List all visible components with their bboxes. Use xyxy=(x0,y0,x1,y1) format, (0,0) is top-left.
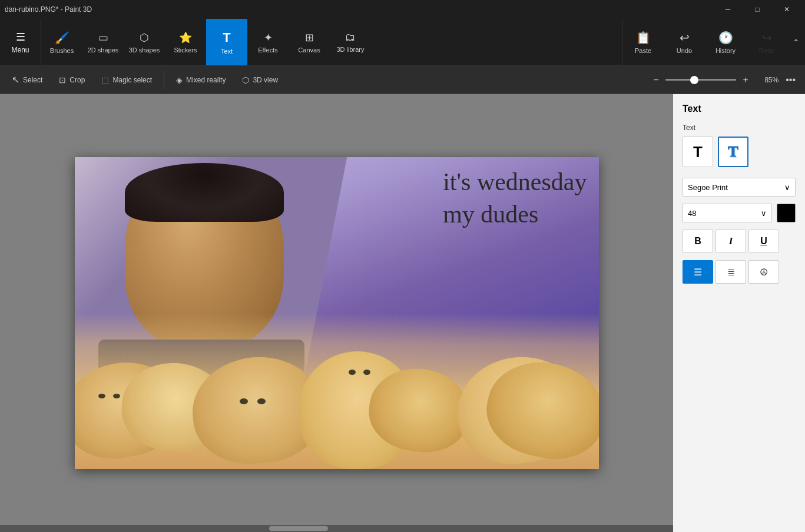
undo-button[interactable]: ↩ Undo xyxy=(664,19,705,65)
canvas-label: Canvas xyxy=(298,46,320,54)
toolbar-brushes[interactable]: 🖌️ Brushes xyxy=(41,19,82,65)
align-row: ☰ ≣ ☮ xyxy=(673,257,805,293)
toolbar-items: 🖌️ Brushes ▭ 2D shapes ⬡ 3D shapes ⭐ Sti… xyxy=(41,19,622,65)
menu-label: Menu xyxy=(11,46,29,54)
outline-text-icon: T xyxy=(728,143,738,161)
zoom-slider[interactable] xyxy=(665,79,736,81)
3d-view-label: 3D view xyxy=(253,76,278,84)
crop-button[interactable]: ⊡ Crop xyxy=(52,69,92,91)
redo-label: Redo xyxy=(759,47,774,54)
history-label: History xyxy=(715,47,736,54)
window-title: dan-rubino.PNG* - Paint 3D xyxy=(5,5,92,14)
align-right-icon: ☮ xyxy=(760,267,768,278)
mixed-reality-label: Mixed reality xyxy=(186,76,226,84)
2dshapes-label: 2D shapes xyxy=(88,46,119,54)
underline-button[interactable]: U xyxy=(748,230,779,253)
eye-6 xyxy=(363,370,370,375)
zoom-in-button[interactable]: + xyxy=(738,73,753,87)
canvas-area[interactable]: it's wednesday my dudes xyxy=(0,94,673,532)
font-family-row: Segoe Print ∨ xyxy=(673,174,805,200)
bold-icon: B xyxy=(694,236,701,247)
toolbar-stickers[interactable]: ⭐ Stickers xyxy=(165,19,206,65)
select-button[interactable]: ↖ Select xyxy=(5,69,49,91)
eye-3 xyxy=(240,398,248,404)
size-color-row: 48 ∨ xyxy=(673,200,805,226)
mixed-reality-icon: ◈ xyxy=(176,75,183,85)
panel-title: Text xyxy=(673,94,805,119)
close-button[interactable]: ✕ xyxy=(773,0,800,19)
toolbar-3dshapes[interactable]: ⬡ 3D shapes xyxy=(124,19,165,65)
mixed-reality-button[interactable]: ◈ Mixed reality xyxy=(169,69,233,91)
underline-icon: U xyxy=(760,236,767,247)
redo-button[interactable]: ↪ Redo xyxy=(746,19,787,65)
zoom-value: 85% xyxy=(755,76,779,84)
3dshapes-icon: ⬡ xyxy=(140,31,149,44)
toolbar-right: 📋 Paste ↩ Undo 🕐 History ↪ Redo ⌃ xyxy=(622,19,805,65)
history-button[interactable]: 🕐 History xyxy=(705,19,746,65)
main-toolbar: ☰ Menu 🖌️ Brushes ▭ 2D shapes ⬡ 3D shape… xyxy=(0,19,805,66)
3dshapes-label: 3D shapes xyxy=(129,46,160,54)
window-controls: ─ □ ✕ xyxy=(714,0,800,19)
text-section-label: Text xyxy=(673,119,805,134)
toolbar-canvas[interactable]: ⊞ Canvas xyxy=(289,19,330,65)
font-family-arrow: ∨ xyxy=(784,183,790,192)
maximize-button[interactable]: □ xyxy=(744,0,771,19)
plain-text-button[interactable]: T xyxy=(683,137,713,167)
redo-icon: ↪ xyxy=(762,31,772,45)
text-toolbar-icon: T xyxy=(223,30,230,45)
align-center-button[interactable]: ≣ xyxy=(715,260,746,284)
align-left-button[interactable]: ☰ xyxy=(683,260,713,284)
canvas-icon: ⊞ xyxy=(305,31,314,44)
brushes-label: Brushes xyxy=(50,47,74,54)
paste-button[interactable]: 📋 Paste xyxy=(622,19,664,65)
person-hair xyxy=(125,163,284,222)
3d-view-icon: ⬡ xyxy=(242,75,249,85)
sub-divider-1 xyxy=(164,71,164,89)
text-toolbar-label: Text xyxy=(221,48,233,55)
toolbar-3dlibrary[interactable]: 🗂 3D library xyxy=(330,19,371,65)
magic-select-label: Magic select xyxy=(112,76,152,84)
toolbar-effects[interactable]: ✦ Effects xyxy=(247,19,289,65)
3d-view-button[interactable]: ⬡ 3D view xyxy=(235,69,285,91)
main-area: it's wednesday my dudes Text Text T T Se… xyxy=(0,94,805,532)
toolbar-text[interactable]: T Text xyxy=(206,19,247,65)
canvas-image: it's wednesday my dudes xyxy=(75,157,599,469)
title-bar: dan-rubino.PNG* - Paint 3D ─ □ ✕ xyxy=(0,0,805,19)
font-size-select[interactable]: 48 ∨ xyxy=(683,204,772,222)
stickers-icon: ⭐ xyxy=(179,31,192,44)
italic-button[interactable]: I xyxy=(715,230,746,253)
right-panel: Text Text T T Segoe Print ∨ 48 ∨ xyxy=(673,94,805,532)
select-label: Select xyxy=(23,76,42,84)
font-size-value: 48 xyxy=(688,209,696,218)
toolbar-2dshapes[interactable]: ▭ 2D shapes xyxy=(82,19,124,65)
crop-label: Crop xyxy=(69,76,85,84)
menu-icon: ☰ xyxy=(16,31,25,44)
font-family-select[interactable]: Segoe Print ∨ xyxy=(683,178,796,197)
plain-text-icon: T xyxy=(693,143,703,161)
canvas-scrollbar-horizontal[interactable] xyxy=(0,525,673,532)
text-type-row: T T xyxy=(673,134,805,174)
eye-5 xyxy=(349,370,356,375)
crop-icon: ⊡ xyxy=(59,75,66,85)
magic-select-button[interactable]: ⬚ Magic select xyxy=(94,69,159,91)
bold-button[interactable]: B xyxy=(683,230,713,253)
collapse-button[interactable]: ⌃ xyxy=(787,19,805,65)
paste-label: Paste xyxy=(635,47,651,54)
align-left-icon: ☰ xyxy=(694,267,702,278)
font-size-arrow: ∨ xyxy=(761,209,767,218)
menu-button[interactable]: ☰ Menu xyxy=(0,19,41,65)
eye-4 xyxy=(257,398,266,404)
color-swatch[interactable] xyxy=(777,204,796,222)
align-right-button[interactable]: ☮ xyxy=(748,260,779,284)
outline-text-button[interactable]: T xyxy=(718,137,748,167)
effects-icon: ✦ xyxy=(264,31,273,44)
zoom-controls: − + 85% xyxy=(649,73,779,87)
select-icon: ↖ xyxy=(12,74,19,85)
scrollbar-thumb xyxy=(269,526,328,531)
zoom-out-button[interactable]: − xyxy=(649,73,663,87)
italic-icon: I xyxy=(729,236,733,247)
minimize-button[interactable]: ─ xyxy=(714,0,741,19)
collapse-icon: ⌃ xyxy=(793,38,800,47)
sub-toolbar: ↖ Select ⊡ Crop ⬚ Magic select ◈ Mixed r… xyxy=(0,66,805,94)
more-options-button[interactable]: ••• xyxy=(781,75,800,85)
